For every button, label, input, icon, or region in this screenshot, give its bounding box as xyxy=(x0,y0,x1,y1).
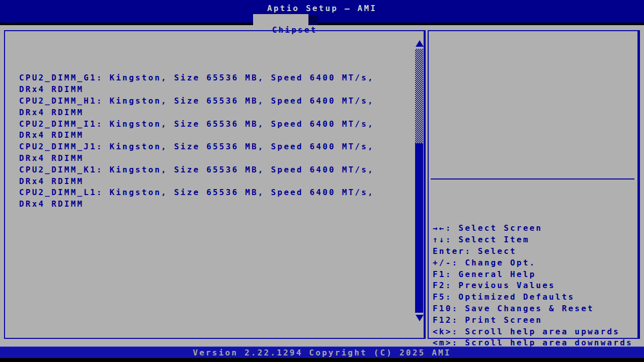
help-key-item: F5: Optimized Defaults xyxy=(433,292,636,303)
dimm-line: DRx4 RDIMM xyxy=(19,176,401,188)
help-key-item: →←: Select Screen xyxy=(433,223,636,234)
help-key-item: +/-: Change Opt. xyxy=(433,257,636,269)
dimm-list: CPU2_DIMM_G1: Kingston, Size 65536 MB, S… xyxy=(19,38,401,210)
scroll-down-arrow-icon[interactable] xyxy=(416,315,424,321)
help-key-item: F1: General Help xyxy=(433,269,636,281)
scrollbar-track[interactable] xyxy=(415,49,423,143)
dimm-line: CPU2_DIMM_J1: Kingston, Size 65536 MB, S… xyxy=(19,141,401,153)
version-text: Version 2.22.1294 Copyright (C) 2025 AMI xyxy=(193,348,451,357)
tab-chipset[interactable]: Chipset xyxy=(253,14,308,27)
help-key-item: F2: Previous Values xyxy=(433,280,636,292)
dimm-line: CPU2_DIMM_G1: Kingston, Size 65536 MB, S… xyxy=(19,72,401,84)
help-key-item: Enter: Select xyxy=(433,246,636,257)
dimm-line: DRx4 RDIMM xyxy=(19,107,401,119)
scrollbar[interactable] xyxy=(415,31,424,338)
dimm-line: DRx4 RDIMM xyxy=(19,130,401,141)
help-key-item: F10: Save Changes & Reset xyxy=(433,303,636,315)
tab-shadow xyxy=(308,16,318,25)
dimm-line: DRx4 RDIMM xyxy=(19,84,401,96)
dimm-line: DRx4 RDIMM xyxy=(19,199,401,210)
help-key-item: ↑↓: Select Item xyxy=(433,234,636,246)
help-key-list: →←: Select Screen↑↓: Select ItemEnter: S… xyxy=(433,189,636,360)
help-panel: →←: Select Screen↑↓: Select ItemEnter: S… xyxy=(428,30,640,339)
dimm-line: CPU2_DIMM_H1: Kingston, Size 65536 MB, S… xyxy=(19,96,401,107)
scroll-up-arrow-icon[interactable] xyxy=(416,40,424,47)
header-bar: Aptio Setup – AMI xyxy=(0,0,644,23)
help-key-item: F12: Print Screen xyxy=(433,315,636,326)
dimm-line: DRx4 RDIMM xyxy=(19,153,401,164)
dimm-line: CPU2_DIMM_K1: Kingston, Size 65536 MB, S… xyxy=(19,164,401,176)
dimm-line: CPU2_DIMM_L1: Kingston, Size 65536 MB, S… xyxy=(19,187,401,199)
dimm-line: CPU2_DIMM_I1: Kingston, Size 65536 MB, S… xyxy=(19,119,401,130)
main-panel: CPU2_DIMM_G1: Kingston, Size 65536 MB, S… xyxy=(4,30,426,339)
page-title: Aptio Setup – AMI xyxy=(267,4,377,13)
footer-bar: Version 2.22.1294 Copyright (C) 2025 AMI xyxy=(0,346,644,358)
scrollbar-thumb[interactable] xyxy=(415,143,423,313)
help-divider xyxy=(431,178,634,179)
help-key-item: <k>: Scroll help area upwards xyxy=(433,326,636,338)
